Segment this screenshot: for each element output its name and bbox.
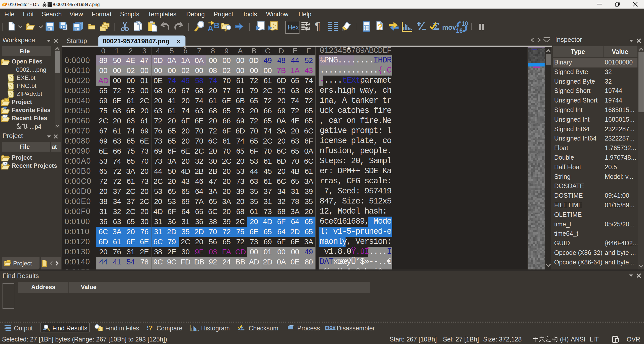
svg-text:16: 16 [456,27,463,33]
svg-text:A: A [208,24,213,32]
svg-text:B: B [214,21,219,30]
svg-text:?: ? [148,324,153,331]
svg-text:?: ? [378,22,383,31]
svg-text:10: 10 [462,21,468,27]
